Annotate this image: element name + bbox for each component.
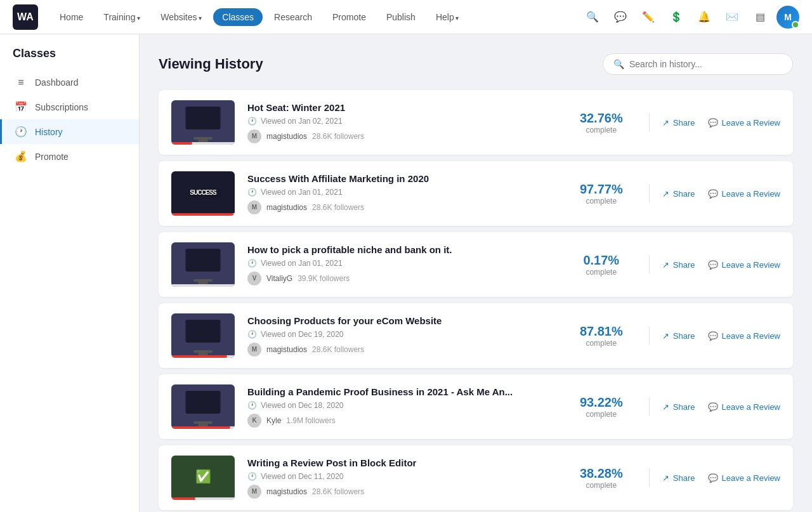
thumb-progress-bar xyxy=(171,355,227,358)
nav-link-promote[interactable]: Promote xyxy=(324,8,375,26)
course-thumb-5[interactable] xyxy=(171,384,235,429)
course-meta-2: 🕐 Viewed on Jan 01, 2021 xyxy=(247,188,554,197)
sidebar-icon-history: 🕐 xyxy=(15,126,27,138)
review-button-4[interactable]: 💬 Leave a Review xyxy=(708,331,781,341)
course-actions-2: ↗ Share 💬 Leave a Review xyxy=(662,189,780,199)
course-thumb-4[interactable] xyxy=(171,313,235,358)
course-title-3[interactable]: How to pick a profitable niche and bank … xyxy=(247,244,554,255)
course-card-1: Hot Seat: Winter 2021 🕐 Viewed on Jan 02… xyxy=(159,90,793,155)
author-name-2[interactable]: magistudios xyxy=(266,203,307,212)
clock-icon: 🕐 xyxy=(247,401,257,410)
sidebar-item-subscriptions[interactable]: 📅 Subscriptions xyxy=(0,95,139,119)
thumb-progress-bg xyxy=(171,142,235,145)
review-button-5[interactable]: 💬 Leave a Review xyxy=(708,402,781,412)
sidebar-item-dashboard[interactable]: ≡ Dashboard xyxy=(0,70,139,95)
nav-link-help[interactable]: Help xyxy=(427,8,468,26)
share-button-6[interactable]: ↗ Share xyxy=(662,473,695,483)
review-label-4: Leave a Review xyxy=(722,331,781,341)
share-icon: ↗ xyxy=(662,260,669,270)
course-thumb-3[interactable] xyxy=(171,242,235,287)
mail-button[interactable]: ✉️ xyxy=(721,6,743,29)
author-name-4[interactable]: magistudios xyxy=(266,345,307,354)
review-label-2: Leave a Review xyxy=(722,189,781,199)
thumb-progress-bar xyxy=(171,284,172,287)
review-icon: 💬 xyxy=(708,118,718,128)
course-list: Hot Seat: Winter 2021 🕐 Viewed on Jan 02… xyxy=(159,90,793,510)
nav-link-classes[interactable]: Classes xyxy=(213,8,263,26)
share-button-5[interactable]: ↗ Share xyxy=(662,402,695,412)
search-input[interactable] xyxy=(629,59,782,69)
clock-icon: 🕐 xyxy=(247,472,257,481)
review-button-6[interactable]: 💬 Leave a Review xyxy=(708,473,781,483)
logo[interactable]: WA xyxy=(13,4,38,30)
course-title-1[interactable]: Hot Seat: Winter 2021 xyxy=(247,102,554,113)
main-content: Viewing History 🔍 Hot Seat: Winter 2021 … xyxy=(140,34,812,512)
thumb-progress-bg xyxy=(171,284,235,287)
divider xyxy=(649,468,650,487)
course-author-2: M magistudios 28.6K followers xyxy=(247,200,554,214)
course-thumb-2[interactable]: SUCCESS xyxy=(171,171,235,216)
thumb-progress-bar xyxy=(171,426,230,429)
sidebar-item-promote[interactable]: 💰 Promote xyxy=(0,144,139,169)
nav-link-home[interactable]: Home xyxy=(51,8,92,26)
course-card-6: ✅ Writing a Review Post in Block Editor … xyxy=(159,445,793,510)
course-actions-1: ↗ Share 💬 Leave a Review xyxy=(662,118,780,128)
review-icon: 💬 xyxy=(708,473,718,483)
divider xyxy=(649,255,650,274)
author-name-1[interactable]: magistudios xyxy=(266,132,307,141)
clock-icon: 🕐 xyxy=(247,188,257,197)
bell-button[interactable]: 🔔 xyxy=(693,6,716,29)
author-name-3[interactable]: VitaliyG xyxy=(266,274,292,283)
course-title-4[interactable]: Choosing Products for your eCom Website xyxy=(247,315,554,326)
nav-link-research[interactable]: Research xyxy=(265,8,321,26)
author-avatar-2: M xyxy=(247,200,261,214)
nav-link-training[interactable]: Training xyxy=(95,8,149,26)
sidebar-item-history[interactable]: 🕐 History xyxy=(0,119,139,144)
progress-label-6: complete xyxy=(566,481,636,490)
share-button-4[interactable]: ↗ Share xyxy=(662,331,695,341)
progress-pct-6: 38.28% xyxy=(566,466,636,481)
author-followers-6: 28.6K followers xyxy=(312,487,364,496)
avatar[interactable]: M xyxy=(776,6,799,29)
thumb-progress-bar xyxy=(171,142,192,145)
course-thumb-6[interactable]: ✅ xyxy=(171,456,235,500)
course-meta-5: 🕐 Viewed on Dec 18, 2020 xyxy=(247,401,554,410)
sidebar-title: Classes xyxy=(0,47,139,70)
course-progress-5: 93.22% complete xyxy=(566,395,636,419)
nav-link-websites[interactable]: Websites xyxy=(152,8,211,26)
share-icon: ↗ xyxy=(662,331,669,341)
nav-link-publish[interactable]: Publish xyxy=(377,8,424,26)
review-icon: 💬 xyxy=(708,402,718,412)
review-button-3[interactable]: 💬 Leave a Review xyxy=(708,260,781,270)
progress-label-2: complete xyxy=(566,197,636,206)
course-progress-4: 87.81% complete xyxy=(566,324,636,348)
course-thumb-1[interactable] xyxy=(171,100,235,145)
share-button-3[interactable]: ↗ Share xyxy=(662,260,695,270)
course-card-3: How to pick a profitable niche and bank … xyxy=(159,232,793,297)
search-box: 🔍 xyxy=(603,53,793,75)
course-author-1: M magistudios 28.6K followers xyxy=(247,129,554,143)
chat-button[interactable]: 💬 xyxy=(609,6,632,29)
author-avatar-4: M xyxy=(247,343,261,357)
thumb-text: SUCCESS xyxy=(190,190,216,196)
thumb-progress-bg xyxy=(171,497,235,500)
course-actions-5: ↗ Share 💬 Leave a Review xyxy=(662,402,780,412)
course-title-5[interactable]: Building a Pandemic Proof Business in 20… xyxy=(247,386,554,397)
layers-button[interactable]: ▤ xyxy=(749,6,771,29)
review-button-2[interactable]: 💬 Leave a Review xyxy=(708,189,781,199)
review-button-1[interactable]: 💬 Leave a Review xyxy=(708,118,781,128)
sidebar-icon-dashboard: ≡ xyxy=(15,77,27,88)
course-actions-6: ↗ Share 💬 Leave a Review xyxy=(662,473,780,483)
share-button-1[interactable]: ↗ Share xyxy=(662,118,695,128)
author-name-6[interactable]: magistudios xyxy=(266,487,307,496)
review-icon: 💬 xyxy=(708,189,718,199)
dollar-button[interactable]: 💲 xyxy=(665,6,688,29)
course-title-6[interactable]: Writing a Review Post in Block Editor xyxy=(247,457,554,468)
thumb-progress-bg xyxy=(171,426,235,429)
search-button[interactable]: 🔍 xyxy=(581,6,604,29)
author-name-5[interactable]: Kyle xyxy=(266,416,281,425)
edit-button[interactable]: ✏️ xyxy=(637,6,660,29)
course-info-6: Writing a Review Post in Block Editor 🕐 … xyxy=(247,457,554,499)
share-button-2[interactable]: ↗ Share xyxy=(662,189,695,199)
course-title-2[interactable]: Success With Affiliate Marketing in 2020 xyxy=(247,173,554,184)
